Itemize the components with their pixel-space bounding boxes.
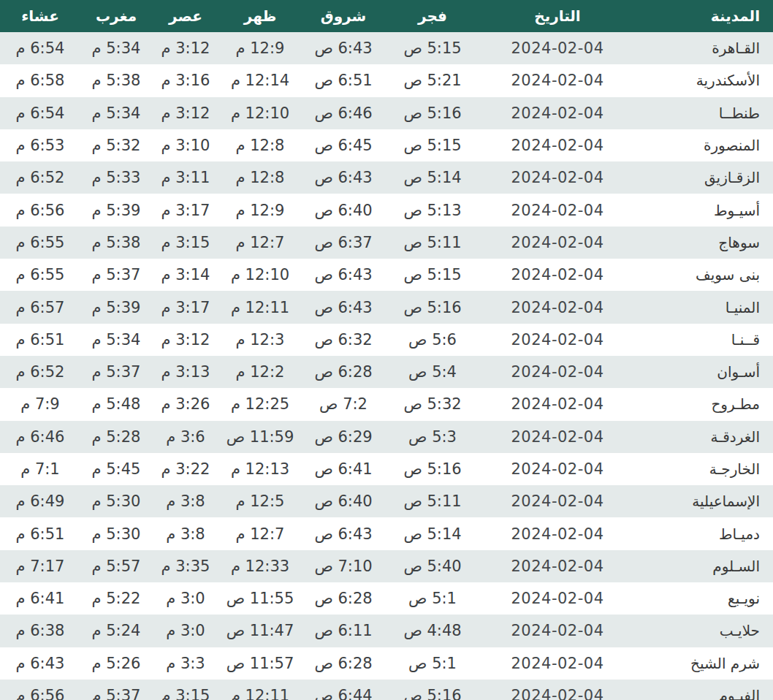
cell-maghrib: 5:39 م [80,291,152,323]
cell-maghrib: 5:22 م [80,582,152,615]
cell-city: حلايـب [636,615,773,647]
cell-sunrise: 6:44 ص [301,680,386,700]
cell-maghrib: 5:32 م [80,129,152,161]
cell-city: السـلوم [636,550,773,582]
date-value: 2024-02-04 [511,39,603,57]
table-row: المنصورة2024-02-045:15 ص6:45 ص12:8 م3:10… [0,129,773,161]
cell-fajr: 5:6 ص [386,324,479,356]
cell-maghrib: 5:37 م [80,680,152,700]
cell-city: المنصورة [636,129,773,161]
column-header-maghrib: مغرب [80,0,152,32]
table-row: السـلوم2024-02-045:40 ص7:10 ص12:33 م3:35… [0,550,773,582]
cell-isha: 6:57 م [0,291,80,323]
cell-maghrib: 5:34 م [80,97,152,129]
cell-fajr: 5:16 ص [386,97,479,129]
cell-maghrib: 5:30 م [80,485,152,517]
cell-isha: 6:55 م [0,259,80,291]
date-value: 2024-02-04 [511,460,603,478]
table-row: الأسكندرية2024-02-045:21 ص6:51 ص12:14 م3… [0,64,773,96]
cell-fajr: 5:16 ص [386,291,479,323]
cell-date: 2024-02-04 [479,129,636,161]
cell-maghrib: 5:30 م [80,517,152,549]
cell-city: الإسماعيلية [636,485,773,517]
cell-date: 2024-02-04 [479,485,636,517]
cell-sunrise: 6:43 ص [301,291,386,323]
cell-city: أسـوان [636,356,773,388]
cell-maghrib: 5:34 م [80,32,152,64]
cell-dhuhr: 11:59 ص [219,421,301,453]
date-value: 2024-02-04 [511,299,603,316]
table-row: طنطــا2024-02-045:16 ص6:46 ص12:10 م3:12 … [0,97,773,129]
cell-dhuhr: 12:14 م [219,64,301,96]
cell-isha: 6:56 م [0,680,80,700]
cell-date: 2024-02-04 [479,259,636,291]
cell-fajr: 5:15 ص [386,129,479,161]
cell-sunrise: 7:2 ص [301,388,386,420]
table-body: القـاهرة2024-02-045:15 ص6:43 ص12:9 م3:12… [0,32,773,700]
cell-maghrib: 5:45 م [80,453,152,485]
cell-maghrib: 5:24 م [80,615,152,647]
cell-city: شرم الشيخ [636,647,773,680]
cell-dhuhr: 12:10 م [219,97,301,129]
cell-sunrise: 7:10 ص [301,550,386,582]
cell-isha: 7:9 م [0,388,80,420]
cell-dhuhr: 12:3 م [219,324,301,356]
cell-date: 2024-02-04 [479,615,636,647]
date-value: 2024-02-04 [511,687,603,700]
date-value: 2024-02-04 [511,363,603,381]
cell-city: قــنـا [636,324,773,356]
cell-sunrise: 6:43 ص [301,161,386,194]
cell-date: 2024-02-04 [479,161,636,194]
cell-date: 2024-02-04 [479,421,636,453]
cell-isha: 7:1 م [0,453,80,485]
cell-asr: 3:14 م [152,259,219,291]
cell-dhuhr: 12:25 م [219,388,301,420]
cell-date: 2024-02-04 [479,388,636,420]
table-row: شرم الشيخ2024-02-045:1 ص6:28 ص11:57 ص3:3… [0,647,773,680]
cell-asr: 3:0 م [152,582,219,615]
cell-asr: 3:12 م [152,32,219,64]
cell-isha: 6:46 م [0,421,80,453]
prayer-times-page: المدينةالتاريخفجرشروقظهرعصرمغربعشاء القـ… [0,0,773,700]
cell-date: 2024-02-04 [479,647,636,680]
date-value: 2024-02-04 [511,590,603,607]
column-header-asr: عصر [152,0,219,32]
cell-sunrise: 6:40 ص [301,485,386,517]
cell-sunrise: 6:37 ص [301,227,386,259]
cell-fajr: 5:15 ص [386,32,479,64]
cell-asr: 3:26 م [152,388,219,420]
cell-city: الأسكندرية [636,64,773,96]
column-header-fajr: فجر [386,0,479,32]
cell-city: نويـبع [636,582,773,615]
date-value: 2024-02-04 [511,428,603,446]
cell-city: بنى سويف [636,259,773,291]
cell-dhuhr: 12:8 م [219,129,301,161]
cell-sunrise: 6:28 ص [301,582,386,615]
date-value: 2024-02-04 [511,137,603,154]
table-row: بنى سويف2024-02-045:15 ص6:43 ص12:10 م3:1… [0,259,773,291]
cell-dhuhr: 12:10 م [219,259,301,291]
cell-dhuhr: 12:9 م [219,32,301,64]
cell-sunrise: 6:28 ص [301,356,386,388]
cell-date: 2024-02-04 [479,550,636,582]
cell-asr: 3:22 م [152,453,219,485]
cell-sunrise: 6:43 ص [301,32,386,64]
table-row: القـاهرة2024-02-045:15 ص6:43 ص12:9 م3:12… [0,32,773,64]
cell-date: 2024-02-04 [479,680,636,700]
cell-isha: 6:55 م [0,227,80,259]
date-value: 2024-02-04 [511,266,603,284]
cell-fajr: 5:16 ص [386,680,479,700]
cell-maghrib: 5:33 م [80,161,152,194]
cell-fajr: 5:4 ص [386,356,479,388]
cell-city: الغردقـة [636,421,773,453]
table-row: أسـوان2024-02-045:4 ص6:28 ص12:2 م3:13 م5… [0,356,773,388]
cell-isha: 6:56 م [0,194,80,226]
cell-asr: 3:0 م [152,615,219,647]
cell-fajr: 5:1 ص [386,582,479,615]
cell-sunrise: 6:32 ص [301,324,386,356]
cell-isha: 6:52 م [0,161,80,194]
cell-date: 2024-02-04 [479,517,636,549]
cell-city: المنيـا [636,291,773,323]
cell-maghrib: 5:34 م [80,324,152,356]
cell-maghrib: 5:48 م [80,388,152,420]
